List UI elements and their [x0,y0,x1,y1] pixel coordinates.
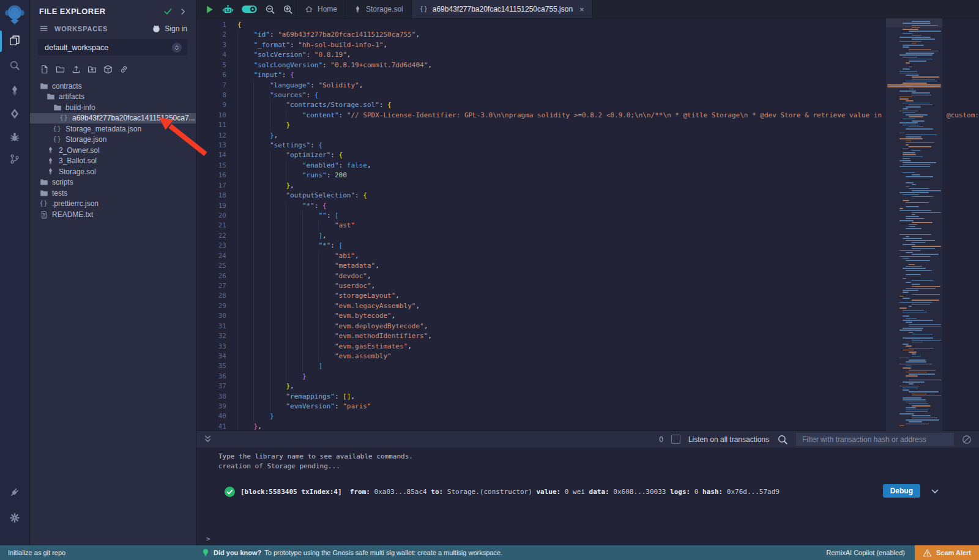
code-line: "evm.legacyAssembly", [229,301,979,311]
tree-item[interactable]: Storage.sol [29,166,196,177]
link-icon[interactable] [119,65,128,74]
play-icon[interactable] [204,4,215,15]
git-init-button[interactable]: Initialize as git repo [8,549,65,556]
code-token: , [392,312,396,320]
tree-item-label: build-info [65,103,95,112]
code-token: : [339,161,347,169]
terminal: 0 Listen on all transactions Type the li… [196,430,979,545]
tree-item[interactable]: {}Storage_metadata.json [29,123,196,134]
line-number: 7 [196,81,226,90]
sign-in-label: Sign in [165,24,187,33]
tree-item[interactable]: 2_Owner.sol [29,145,196,156]
tab-home[interactable]: Home [296,0,346,18]
tree-item[interactable]: {}.prettierrc.json [29,199,196,210]
scam-alert-badge[interactable]: Scam Alert [915,545,979,560]
code-editor[interactable]: 1234567891011121314151617181920212223242… [196,18,979,431]
file-explorer-icon [9,35,20,46]
new-folder-icon[interactable] [56,65,65,74]
rail-item-solidity-compiler[interactable] [0,85,29,96]
rail-item-settings[interactable] [0,512,29,523]
line-number: 3 [196,40,226,50]
tree-item[interactable]: artifacts [29,92,196,103]
rail-item-deploy-run[interactable] [0,108,29,119]
code-token [237,422,254,430]
double-chevron-down-icon[interactable] [203,435,212,444]
transaction-row[interactable]: [block:5583405 txIndex:4] from: 0xa03...… [196,484,979,499]
tree-item[interactable]: {}a69b43f277ba20fcac141151250ca7... [29,113,196,124]
copilot-status[interactable]: RemixAI Copilot (enabled) [827,549,905,556]
rail-item-git[interactable] [0,153,29,164]
code-line: "enabled": false, [229,161,979,171]
code-content[interactable]: { "id": "a69b43f277ba20fcac141151250ca75… [229,20,979,431]
tree-item[interactable]: 3_Ballot.sol [29,156,196,167]
tree-item[interactable]: scripts [29,177,196,188]
file-toolbar [40,65,196,74]
code-line: "storageLayout", [229,291,979,301]
rail-item-debugger[interactable] [0,131,29,142]
code-token: : [355,191,363,199]
upload-folder-icon[interactable] [87,65,97,74]
rail-item-file-explorer[interactable] [0,35,29,46]
tree-item-label: Storage_metadata.json [65,125,141,133]
code-token: "*" [302,202,315,210]
code-line: "sources": { [229,90,979,100]
rail-item-plugin-manager[interactable] [0,487,29,498]
circle-slash-icon[interactable] [962,435,972,444]
transaction-filter-input[interactable] [796,433,954,446]
robot-icon[interactable] [222,4,234,15]
chevron-right-icon[interactable] [179,7,187,16]
terminal-prompt[interactable]: > [206,535,210,543]
debug-button[interactable]: Debug [883,484,920,498]
minimap[interactable] [886,18,942,431]
new-file-icon[interactable] [40,65,49,74]
code-token: , [258,422,262,430]
line-number: 12 [196,131,226,141]
workspace-select[interactable]: default_workspace [38,39,187,56]
cube-icon[interactable] [103,65,113,74]
tab-storage-sol[interactable]: Storage.sol [346,0,412,18]
zoom-in-icon[interactable] [283,4,293,15]
code-token: { [322,202,327,210]
transaction-count-badge: 0 [659,435,663,444]
line-number: 26 [196,271,226,281]
code-token: : [330,151,338,159]
zoom-out-icon[interactable] [265,4,275,15]
hamburger-menu-icon[interactable] [39,24,48,33]
code-line: "runs": 200 [229,171,979,180]
listen-all-transactions-checkbox[interactable] [671,435,680,444]
tree-item[interactable]: {}Storage.json [29,134,196,146]
tree-item[interactable]: build-info [29,102,196,113]
tree-item[interactable]: README.txt [29,209,196,220]
close-tab-icon[interactable]: × [579,5,584,14]
tree-item[interactable]: tests [29,188,196,199]
tab-a69b43f277ba20fcac141151250ca755-json[interactable]: {}a69b43f277ba20fcac141151250ca755.json× [412,0,593,18]
code-token: "input" [254,71,282,79]
code-line: } [229,411,979,421]
toggle-on-icon[interactable] [241,4,258,15]
code-token: } [270,412,274,420]
folder-icon [39,189,48,197]
code-line: "content": "// SPDX-License-Identifier: … [229,111,979,120]
upload-file-icon[interactable] [72,65,81,74]
code-token: "devdoc" [335,272,367,280]
solidity-icon [46,168,55,175]
search-icon[interactable] [777,434,788,445]
code-token: { [363,191,367,199]
rail-item-search[interactable] [0,60,29,71]
sign-in-button[interactable]: Sign in [152,24,187,33]
chevron-down-icon[interactable] [930,487,940,496]
code-token: : [379,101,387,109]
solidity-icon [46,157,55,165]
code-token [237,392,286,400]
solidity-icon [354,6,362,13]
code-token: "abi" [335,252,355,260]
code-line: }, [229,131,979,141]
rail-item-remix-logo[interactable] [0,3,29,25]
line-number: 31 [196,322,226,331]
code-line: "settings": { [229,141,979,150]
tree-item[interactable]: contracts [29,81,196,92]
listen-all-transactions-label: Listen on all transactions [688,435,769,444]
code-token: , [395,292,400,300]
tx-segment: logs: [670,488,690,496]
line-number: 28 [196,291,226,301]
